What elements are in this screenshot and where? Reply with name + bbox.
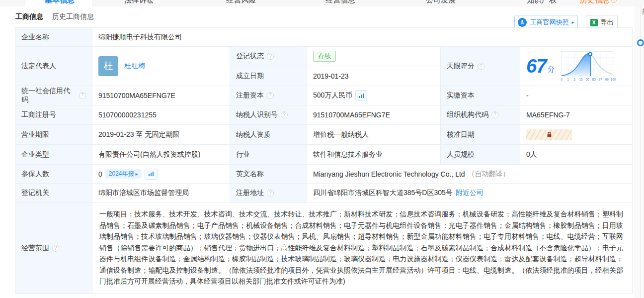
business-scope-label: 经营范围? [15,203,92,294]
svg-text:1: 1 [567,78,569,81]
top-tab-operation-info[interactable]: 经营信息 [325,0,355,5]
approval-date-label: 核准日期 [441,125,520,145]
insured-label: 参保人数 [15,165,92,184]
industry-value: 软件和信息技术服务业 [307,145,441,165]
score-cell: 67 分 [520,47,633,86]
legal-rep-link[interactable]: 杜红梅 [124,62,145,71]
export-button-label: 导出 [601,18,614,27]
paid-capital-label: 实缴资本 [441,86,520,105]
company-type-label: 企业类型 [15,145,92,165]
business-info-table: 企业名称 绵阳捷顺电子科技有限公司 法定代表人 杜 杜红梅 登记状态? 存续 成… [15,27,633,294]
top-tab-history[interactable]: 历史信息? [580,0,617,5]
term-label: 营业期限 [15,125,92,145]
score-marker [589,53,592,56]
locked-value[interactable] [526,129,572,140]
paid-capital-value: - [520,86,633,105]
help-icon[interactable]: ? [478,63,484,70]
svg-text:0: 0 [561,78,563,81]
bar-chart-icon [148,171,154,177]
help-icon[interactable]: ? [267,190,274,197]
company-type-value: 有限责任公司(自然人投资或控股) [92,145,230,165]
svg-text:50: 50 [586,78,590,81]
reg-capital-label: 注册资本? [230,86,307,105]
score-value: 67 [526,57,546,76]
insured-count: 0 [98,170,102,178]
auto-translate-note: （自动翻译） [468,170,510,179]
legal-rep-cell: 杜 杜红梅 [92,47,230,86]
lock-icon [546,131,553,138]
svg-text:99: 99 [605,78,609,81]
english-name-value: Mianyang Jieshun Electronic Technology C… [307,165,633,184]
score-axis-ticks: 0 1 3 15 50 85 97 99 100 [561,78,616,81]
org-code-value: MA65EFNG-7 [520,105,633,125]
taxpayer-id-label: 纳税人识别号? [230,105,307,125]
authority-value: 绵阳市涪城区市场监督管理局 [92,184,230,203]
uscc-value: 91510700MA65EFNG7E [92,86,230,105]
reg-capital-cell: 500万人民币 [307,86,441,105]
help-icon[interactable]: ? [267,53,274,60]
address-cell: 四川省绵阳市涪城区科智大道385号D区305号 附近公司 [307,184,633,203]
business-scope-value: 一般项目：技术服务、技术开发、技术咨询、技术交流、技术转让、技术推广；新材料技术… [92,203,633,294]
uscc-label: 统一社会信用代码? [15,86,92,105]
top-tab-ip[interactable]: 知识产权 [527,0,557,5]
staff-size-value: 0人 [520,145,633,165]
svg-text:85: 85 [592,78,596,81]
help-icon[interactable]: ? [267,92,274,99]
svg-text:100: 100 [611,78,616,81]
top-tab-operation-risk[interactable]: 经营风险 [226,0,256,5]
anchor-dot-icon[interactable] [637,39,644,46]
est-date-value: 2019-01-23 [307,66,441,86]
excel-icon: X [590,19,598,26]
tab-history-business-info[interactable]: 历史工商信息 [52,12,94,21]
help-icon[interactable]: ? [491,111,498,118]
snapshot-button-label: 工商官网快照 [530,18,568,27]
help-icon[interactable]: ? [79,92,86,99]
tab-business-info[interactable]: 工商信息 [15,12,43,21]
annual-report-chip[interactable]: 2024年报▸ [105,169,142,179]
staff-size-label: 人员规模 [441,145,520,165]
est-date-label: 成立日期 [230,66,307,86]
svg-text:97: 97 [599,78,603,81]
insured-chart-button[interactable] [145,169,158,180]
legal-rep-label: 法定代表人 [15,47,92,86]
arrow-right-icon: ▸ [136,172,138,177]
taxpayer-quality-label: 纳税人资质 [230,125,307,145]
english-name-label: 英文名称 [230,165,307,184]
top-tab-development[interactable]: 公司发展 [426,0,456,5]
org-code-label: 组织机构代码? [441,105,520,125]
legal-rep-avatar[interactable]: 杜 [98,56,118,76]
subtab-bar: 工商信息 历史工商信息 工商官网快照 ▸ X 导出 [0,6,644,27]
anchor-item-clipped[interactable]: 基 [642,7,644,16]
top-tab-legal[interactable]: 法律诉讼 [124,0,154,5]
arrow-right-icon: ▸ [571,20,574,25]
anchor-rail [640,6,641,298]
taxpayer-id-value: 91510700MA65EFNG7E [307,105,441,125]
svg-text:3: 3 [573,78,575,81]
stamp-icon [518,18,527,27]
help-icon[interactable]: ? [52,245,59,252]
approval-date-cell [520,125,633,145]
svg-text:15: 15 [579,78,583,81]
reg-number-label: 工商注册号 [15,105,92,125]
nearby-companies-link[interactable]: 附近公司 [456,189,483,198]
authority-label: 登记机关 [15,184,92,203]
industry-label: 行业 [230,145,307,165]
score-distribution-chart[interactable]: 0 1 3 15 50 85 97 99 100 [560,51,616,82]
bar-chart-icon [359,93,365,99]
history-info-icon: ? [611,0,617,3]
top-tab-basic-info[interactable]: 基本信息 [45,0,75,5]
score-unit: 分 [548,65,555,74]
company-name-value: 绵阳捷顺电子科技有限公司 [92,28,633,47]
address-label: 注册地址? [230,184,307,203]
reg-status-cell: 存续 [307,47,441,66]
capital-chart-button[interactable] [355,90,368,101]
score-label: 天眼评分? [441,47,520,86]
help-icon[interactable]: ? [281,111,288,118]
reg-number-value: 510700000231255 [92,105,230,125]
company-name-label: 企业名称 [15,28,92,47]
term-value: 2019-01-23 至 无固定期限 [92,125,230,145]
top-nav: 基本信息 法律诉讼 经营风险 经营信息 公司发展 知识产权 历史信息? [0,0,644,7]
taxpayer-quality-value: 增值税一般纳税人 [307,125,441,145]
right-gutter [634,6,644,298]
status-badge: 存续 [313,51,336,62]
